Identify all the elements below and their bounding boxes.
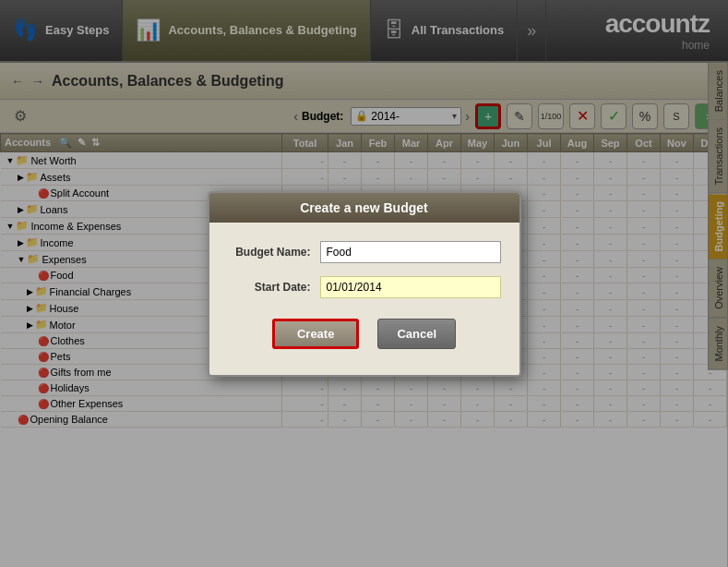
start-date-label: Start Date: (228, 281, 320, 294)
dialog-overlay: Create a new Budget Budget Name: Start D… (0, 0, 728, 567)
create-budget-dialog: Create a new Budget Budget Name: Start D… (208, 191, 521, 377)
budget-name-label: Budget Name: (228, 246, 320, 259)
cancel-button[interactable]: Cancel (377, 319, 456, 349)
start-date-field: Start Date: (228, 276, 501, 298)
start-date-input[interactable] (320, 276, 501, 298)
dialog-title: Create a new Budget (209, 193, 519, 223)
budget-name-input[interactable] (320, 241, 501, 263)
dialog-body: Budget Name: Start Date: Create Cancel (209, 223, 519, 375)
budget-name-field: Budget Name: (228, 241, 501, 263)
create-button[interactable]: Create (272, 319, 359, 349)
dialog-buttons: Create Cancel (228, 311, 501, 360)
